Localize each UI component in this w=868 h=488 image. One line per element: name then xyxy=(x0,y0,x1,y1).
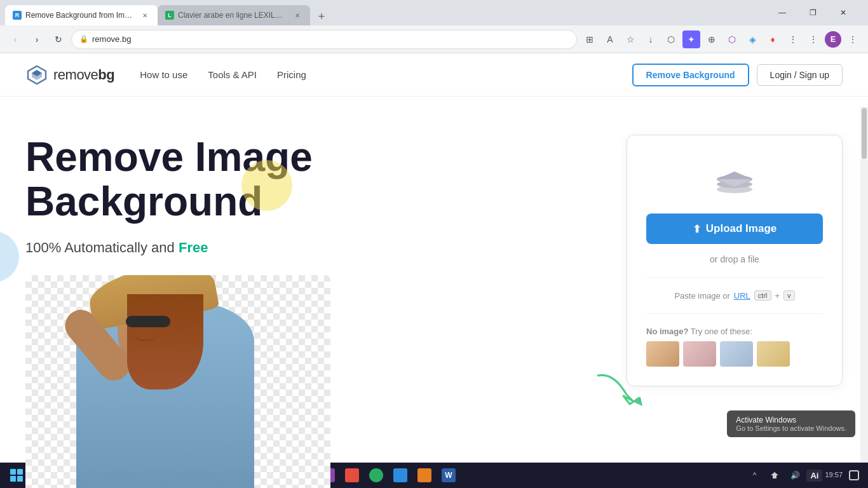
hero-woman xyxy=(25,275,330,488)
close-button[interactable]: ✕ xyxy=(829,3,858,23)
extensions-menu[interactable]: ⋮ xyxy=(784,30,802,48)
logo-icon xyxy=(25,64,48,86)
tab-favicon-2: L xyxy=(165,11,174,20)
tab-title-2: Clavier arabe en ligne LEXILOGO... xyxy=(178,11,288,20)
hero-free-text: Free xyxy=(179,240,208,255)
window-controls: — ❐ ✕ xyxy=(768,3,858,23)
svg-marker-8 xyxy=(717,172,752,179)
hero-demo-image xyxy=(25,275,330,488)
no-image-label: No image? Try one of these: xyxy=(646,327,823,336)
settings-icon[interactable]: ⋮ xyxy=(804,30,822,48)
menu-icon[interactable]: ⋮ xyxy=(844,30,862,48)
woman-hair xyxy=(127,294,203,390)
extension-icon4[interactable]: ⬡ xyxy=(723,30,741,48)
tab-close-1[interactable]: ✕ xyxy=(140,10,150,20)
browser-tabs: R Remove Background from Imag... ✕ L Cla… xyxy=(5,0,768,25)
hero-left: Remove Image Background 100% Automatical… xyxy=(25,122,614,488)
extension-icon1[interactable]: ⬡ xyxy=(662,30,680,48)
sample-thumb-3[interactable] xyxy=(720,341,753,367)
address-bar-row: ‹ › ↻ 🔒 remove.bg ⊞ A ☆ ↓ ⬡ ✦ ⊕ ⬡ ◈ ♦ ⋮ … xyxy=(0,25,868,53)
sample-thumb-4[interactable] xyxy=(757,341,790,367)
extension-icon5[interactable]: ◈ xyxy=(743,30,761,48)
hero-image-wrapper xyxy=(25,275,614,488)
arrow-decoration xyxy=(595,369,646,410)
paste-row: Paste image or URL ctrl + v xyxy=(674,290,794,301)
tab-favicon-1: R xyxy=(13,11,22,20)
nav-links: How to use Tools & API Pricing xyxy=(140,69,632,80)
taskbar-tray: ^ 🔊 Ai 19:57 xyxy=(745,466,863,484)
site-logo[interactable]: removebg xyxy=(25,64,114,86)
woman-glasses xyxy=(126,316,170,327)
hero-right: ⬆ Upload Image or drop a file Paste imag… xyxy=(627,122,843,386)
bookmarks-icon[interactable]: ⊞ xyxy=(581,30,599,48)
nav-how-to-use[interactable]: How to use xyxy=(140,69,187,80)
network-icon xyxy=(770,470,780,480)
nav-actions: Remove Background Login / Sign up xyxy=(632,64,843,86)
site-nav: removebg How to use Tools & API Pricing … xyxy=(0,53,868,97)
lock-icon: 🔒 xyxy=(79,35,88,43)
samples-divider xyxy=(646,313,823,314)
sample-thumbs xyxy=(646,341,823,367)
extension-icon3[interactable]: ⊕ xyxy=(703,30,721,48)
hero-subtitle: 100% Automatically and Free xyxy=(25,240,614,256)
sample-thumb-2[interactable] xyxy=(683,341,716,367)
start-button[interactable] xyxy=(5,464,28,487)
nav-tools-api[interactable]: Tools & API xyxy=(208,69,257,80)
upload-icon-area xyxy=(712,161,757,198)
tab-lexilogos[interactable]: L Clavier arabe en ligne LEXILOGO... ✕ xyxy=(158,5,310,25)
notification-center[interactable] xyxy=(845,466,863,484)
tray-network[interactable] xyxy=(766,466,783,484)
login-signup-button[interactable]: Login / Sign up xyxy=(757,64,843,86)
upload-arrow-icon: ⬆ xyxy=(693,223,701,235)
arrow-icon xyxy=(595,369,646,407)
taskbar-time: 19:57 xyxy=(825,470,843,480)
profile-avatar[interactable]: E xyxy=(825,31,841,48)
extension-icon6[interactable]: ♦ xyxy=(764,30,782,48)
kbd-plus: + xyxy=(775,291,780,301)
address-text: remove.bg xyxy=(92,34,569,44)
upload-card: ⬆ Upload Image or drop a file Paste imag… xyxy=(627,135,843,386)
hero-title: Remove Image Background xyxy=(25,135,614,224)
scrollbar[interactable] xyxy=(860,107,868,488)
drop-text: or drop a file xyxy=(710,254,759,264)
layers-icon xyxy=(712,161,757,196)
tab-remove-bg[interactable]: R Remove Background from Imag... ✕ xyxy=(5,5,158,25)
translate-icon[interactable]: A xyxy=(601,30,619,48)
website-content: removebg How to use Tools & API Pricing … xyxy=(0,53,868,488)
back-button[interactable]: ‹ xyxy=(6,30,24,48)
toolbar-icons: ⊞ A ☆ ↓ ⬡ ✦ ⊕ ⬡ ◈ ♦ ⋮ ⋮ E ⋮ xyxy=(581,30,862,48)
activate-windows-watermark: Activate Windows Go to Settings to activ… xyxy=(727,410,855,437)
new-tab-button[interactable]: + xyxy=(313,8,330,25)
scrollbar-thumb[interactable] xyxy=(862,108,867,159)
maximize-button[interactable]: ❐ xyxy=(798,3,827,23)
address-bar[interactable]: 🔒 remove.bg xyxy=(71,30,577,49)
upload-image-button[interactable]: ⬆ Upload Image xyxy=(646,214,823,244)
tab-close-2[interactable]: ✕ xyxy=(292,10,302,20)
tab-title-1: Remove Background from Imag... xyxy=(25,11,136,20)
upload-divider xyxy=(646,277,823,278)
extension-icon2[interactable]: ✦ xyxy=(682,30,700,48)
kbd-v: v xyxy=(783,290,795,301)
star-icon[interactable]: ☆ xyxy=(621,30,639,48)
notification-icon xyxy=(849,470,859,480)
kbd-ctrl: ctrl xyxy=(754,290,771,301)
tray-volume[interactable]: 🔊 xyxy=(786,466,804,484)
nav-pricing[interactable]: Pricing xyxy=(277,69,306,80)
yellow-circle-decoration xyxy=(241,160,292,211)
forward-button[interactable]: › xyxy=(28,30,46,48)
download-icon[interactable]: ↓ xyxy=(642,30,660,48)
windows-logo xyxy=(10,469,23,482)
tray-show-hidden[interactable]: ^ xyxy=(745,466,763,484)
remove-background-button[interactable]: Remove Background xyxy=(632,64,749,86)
browser-chrome: R Remove Background from Imag... ✕ L Cla… xyxy=(0,0,868,25)
ai-taskbar-label[interactable]: Ai xyxy=(806,470,822,482)
refresh-button[interactable]: ↻ xyxy=(50,30,67,48)
logo-text: removebg xyxy=(53,67,114,83)
no-image-row: No image? Try one of these: xyxy=(646,327,823,367)
sample-thumb-1[interactable] xyxy=(646,341,679,367)
minimize-button[interactable]: — xyxy=(768,3,797,23)
url-link[interactable]: URL xyxy=(734,291,750,301)
